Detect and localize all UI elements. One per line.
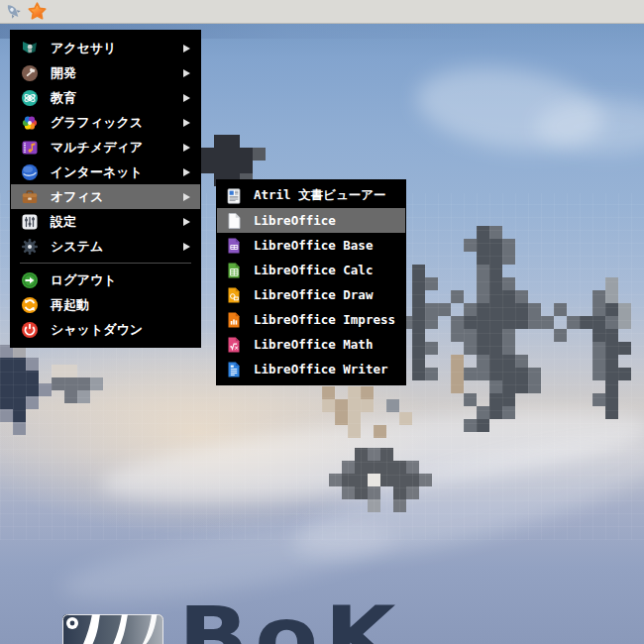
submenu-arrow-icon bbox=[183, 218, 190, 226]
applications-menu: アクセサリ開発教育グラフィックスマルチメディアインターネットオフィス設定システム… bbox=[10, 30, 201, 348]
desktop-logo-icon bbox=[62, 614, 163, 644]
submenu-item-libreoffice[interactable]: LibreOffice bbox=[217, 208, 405, 233]
submenu-item-lo-math[interactable]: LibreOffice Math bbox=[217, 332, 405, 357]
menu-item-multimedia[interactable]: マルチメディア bbox=[11, 135, 200, 160]
settings-icon bbox=[21, 213, 39, 231]
menu-item-label: 教育 bbox=[51, 89, 76, 107]
multimedia-icon bbox=[21, 139, 39, 157]
submenu-item-lo-impress[interactable]: LibreOffice Impress bbox=[217, 307, 405, 332]
menu-item-label: LibreOffice Writer bbox=[254, 362, 387, 376]
menu-item-label: インターネット bbox=[51, 163, 143, 181]
submenu-arrow-icon bbox=[183, 45, 190, 53]
system-icon bbox=[21, 238, 39, 256]
menu-item-office[interactable]: オフィス bbox=[11, 184, 200, 209]
graphics-icon bbox=[21, 114, 39, 132]
submenu-arrow-icon bbox=[183, 243, 190, 251]
menu-item-label: LibreOffice Draw bbox=[254, 287, 373, 302]
libreoffice-writer-icon bbox=[225, 361, 243, 378]
accessories-icon bbox=[21, 40, 39, 57]
menu-action-restart[interactable]: 再起動 bbox=[11, 292, 200, 317]
libreoffice-base-icon bbox=[225, 237, 243, 255]
menu-item-label: システム bbox=[51, 238, 103, 256]
menu-item-label: 設定 bbox=[51, 213, 76, 231]
libreoffice-impress-icon bbox=[225, 311, 243, 329]
education-icon bbox=[21, 89, 39, 107]
menu-item-label: アクセサリ bbox=[51, 40, 117, 57]
atril-icon bbox=[225, 187, 243, 205]
menu-separator bbox=[20, 263, 191, 264]
top-panel bbox=[0, 0, 644, 24]
menu-item-settings[interactable]: 設定 bbox=[11, 209, 200, 234]
submenu-item-atril[interactable]: Atril 文書ビューアー bbox=[217, 183, 405, 208]
menu-action-shutdown[interactable]: シャットダウン bbox=[11, 317, 200, 342]
office-icon bbox=[21, 188, 39, 206]
submenu-arrow-icon bbox=[183, 144, 190, 152]
libreoffice-icon bbox=[225, 212, 243, 230]
submenu-arrow-icon bbox=[183, 69, 190, 77]
menu-action-logout[interactable]: ログアウト bbox=[11, 268, 200, 292]
menu-item-label: LibreOffice Calc bbox=[254, 263, 373, 277]
submenu-item-lo-calc[interactable]: LibreOffice Calc bbox=[217, 258, 405, 282]
menu-item-label: LibreOffice Math bbox=[254, 337, 373, 352]
menu-item-label: マルチメディア bbox=[51, 139, 143, 157]
submenu-arrow-icon bbox=[183, 168, 190, 176]
submenu-arrow-icon bbox=[183, 193, 190, 201]
menu-item-education[interactable]: 教育 bbox=[11, 85, 200, 110]
menu-item-accessories[interactable]: アクセサリ bbox=[11, 36, 200, 60]
submenu-item-lo-writer[interactable]: LibreOffice Writer bbox=[217, 357, 405, 381]
office-submenu: Atril 文書ビューアーLibreOfficeLibreOffice Base… bbox=[216, 179, 406, 385]
menu-item-graphics[interactable]: グラフィックス bbox=[11, 110, 200, 135]
libreoffice-math-icon bbox=[225, 336, 243, 354]
menu-item-label: ログアウト bbox=[51, 271, 117, 289]
submenu-arrow-icon bbox=[183, 94, 190, 102]
restart-icon bbox=[21, 296, 39, 314]
menu-item-development[interactable]: 開発 bbox=[11, 60, 200, 85]
rocket-launcher-icon[interactable] bbox=[3, 1, 24, 22]
internet-icon bbox=[21, 163, 39, 181]
logout-icon bbox=[21, 271, 39, 289]
menu-item-internet[interactable]: インターネット bbox=[11, 160, 200, 184]
submenu-arrow-icon bbox=[183, 119, 190, 127]
submenu-item-lo-base[interactable]: LibreOffice Base bbox=[217, 233, 405, 258]
menu-item-label: シャットダウン bbox=[51, 321, 143, 339]
desktop-logo-text: BoK bbox=[178, 594, 402, 644]
submenu-item-lo-draw[interactable]: LibreOffice Draw bbox=[217, 282, 405, 307]
menu-item-label: LibreOffice bbox=[254, 213, 336, 228]
menu-item-label: 再起動 bbox=[51, 296, 89, 314]
libreoffice-calc-icon bbox=[225, 262, 243, 279]
libreoffice-draw-icon bbox=[225, 286, 243, 304]
menu-star-icon[interactable] bbox=[27, 1, 48, 22]
menu-item-label: オフィス bbox=[51, 188, 103, 206]
menu-item-label: LibreOffice Base bbox=[254, 238, 373, 253]
menu-item-label: 開発 bbox=[51, 64, 76, 82]
menu-item-system[interactable]: システム bbox=[11, 234, 200, 259]
shutdown-icon bbox=[21, 321, 39, 339]
menu-item-label: グラフィックス bbox=[51, 114, 143, 132]
menu-item-label: LibreOffice Impress bbox=[254, 312, 395, 327]
development-icon bbox=[21, 64, 39, 82]
menu-item-label: Atril 文書ビューアー bbox=[254, 187, 386, 204]
